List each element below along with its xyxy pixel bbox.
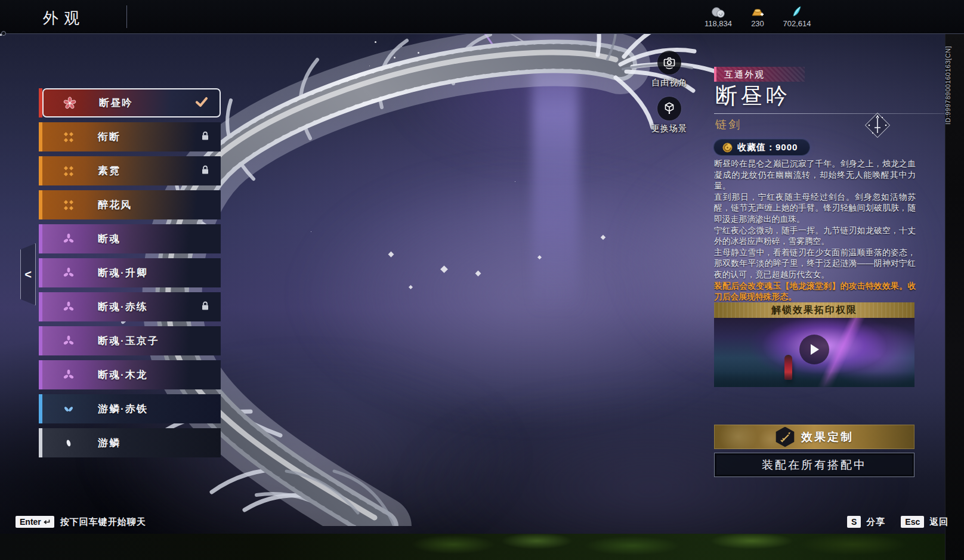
video-ground xyxy=(714,372,914,387)
back-label: 返回 xyxy=(929,516,948,528)
petal3-icon xyxy=(62,233,75,246)
return-arrow-icon xyxy=(43,519,50,525)
skin-label: 衔断 xyxy=(98,130,120,144)
chat-hint[interactable]: Enter 按下回车键开始聊天 xyxy=(16,516,146,528)
skin-label: 断魂·赤练 xyxy=(98,300,148,314)
enter-key-badge: Enter xyxy=(16,516,54,528)
chat-hint-text: 按下回车键开始聊天 xyxy=(60,516,146,528)
esc-key-badge: Esc xyxy=(901,516,924,528)
skin-detail-panel: 互通外观 断昼吟 链剑 收藏值：9000 断昼吟在昆仑之巅已沉寂了千年。剑身之上… xyxy=(714,67,914,484)
effect-customize-label: 效果定制 xyxy=(801,429,854,445)
petal3-icon xyxy=(62,335,75,348)
system-hints: S 分享 Esc 返回 xyxy=(847,516,948,528)
chevron-left-icon: < xyxy=(24,268,32,281)
change-scene-button[interactable]: 更换场景 xyxy=(651,97,687,134)
effect-preview-video[interactable] xyxy=(714,318,914,387)
description-paragraph: 主母静立雪中，看着链刃在少女面前温顺垂落的姿态，那双数年平淡的眸子里，终于泛起涟… xyxy=(714,247,916,281)
currency-gold[interactable]: 230 xyxy=(742,3,773,28)
currency-bar: 118,834 230 702,614 xyxy=(703,3,812,28)
lock-icon xyxy=(200,165,210,177)
unlock-effect-banner[interactable]: 解锁效果拓印权限 xyxy=(714,302,914,318)
customize-sword-icon xyxy=(775,427,795,447)
crossover-badge: 互通外观 xyxy=(714,67,805,82)
bar-end-dot xyxy=(1,31,6,36)
effect-customize-button[interactable]: 效果定制 xyxy=(714,425,914,449)
free-camera-button[interactable]: 自由视角 xyxy=(651,51,687,88)
skin-title: 断昼吟 xyxy=(715,81,790,111)
skin-item-duanhun-mulong[interactable]: 断魂·木龙 xyxy=(39,360,221,389)
skin-label: 断魂·木龙 xyxy=(98,368,148,382)
s-key-badge: S xyxy=(847,516,861,528)
equipped-check-icon xyxy=(194,96,209,110)
ground-strip xyxy=(0,534,945,560)
description-paragraph: 宁红夜心念微动，随手一挥。九节链刃如龙破空，十丈外的冰岩应声粉碎，雪雾腾空。 xyxy=(714,225,916,247)
petal2-icon xyxy=(62,403,75,416)
flower5-icon xyxy=(63,97,76,110)
weapon-type-label: 链剑 xyxy=(715,117,741,132)
play-button[interactable] xyxy=(799,335,829,364)
lock-icon xyxy=(200,131,210,143)
skin-item-duanhun-chilian[interactable]: 断魂·赤练 xyxy=(39,292,221,321)
lock-icon xyxy=(200,301,210,313)
skin-item-youlin[interactable]: 游鳞 xyxy=(39,428,221,457)
azure-feather-icon xyxy=(791,3,803,18)
effect-note: 装配后会改变魂玉【地龙滚堂刹】的攻击特效效果。收刀后会展现特殊形态。 xyxy=(714,281,916,302)
currency-value: 230 xyxy=(751,19,764,28)
currency-coins[interactable]: 118,834 xyxy=(703,3,734,28)
skin-item-duanhun-yujingzi[interactable]: 断魂·玉京子 xyxy=(39,326,221,355)
diamond4-icon xyxy=(62,165,75,178)
skin-item-zuihuafeng[interactable]: 醉花风 xyxy=(39,190,221,219)
currency-value: 118,834 xyxy=(705,19,732,28)
skin-label: 断魂·玉京子 xyxy=(98,334,159,348)
petal3-icon xyxy=(62,369,75,382)
share-label: 分享 xyxy=(866,516,885,528)
petal1-icon xyxy=(62,437,75,450)
player-id-watermark: ID:99978900160163[CN] xyxy=(944,35,953,136)
change-scene-label: 更换场景 xyxy=(651,123,687,134)
page-title: 外观 xyxy=(43,8,85,29)
skin-item-suni[interactable]: 素霓 xyxy=(39,156,221,185)
share-hint[interactable]: S 分享 xyxy=(847,516,885,528)
sidebar-collapse-tab[interactable]: < xyxy=(20,243,36,305)
skin-item-youlin-chitie[interactable]: 游鳞·赤铁 xyxy=(39,394,221,423)
skin-label: 游鳞·赤铁 xyxy=(98,402,148,416)
skin-label: 游鳞 xyxy=(98,436,120,450)
skin-item-duanzhouyin[interactable]: 断昼吟 xyxy=(39,88,221,117)
divider xyxy=(126,5,127,28)
skin-item-duanhun[interactable]: 断魂 xyxy=(39,224,221,253)
divider xyxy=(714,113,944,114)
skin-label: 素霓 xyxy=(98,164,120,178)
coins-icon xyxy=(711,3,725,18)
camera-icon xyxy=(657,51,681,75)
skin-item-duanhun-shengqing[interactable]: 断魂·升卿 xyxy=(39,258,221,287)
gold-ingot-icon xyxy=(750,3,765,18)
skin-label: 断魂 xyxy=(98,232,120,246)
skin-label: 断昼吟 xyxy=(99,96,133,110)
skin-label: 断魂·升卿 xyxy=(98,266,148,280)
equip-all-loadouts-label: 装配在所有搭配中 xyxy=(762,457,867,473)
scene-cube-icon xyxy=(657,97,681,120)
skin-item-xianduan[interactable]: 衔断 xyxy=(39,122,221,151)
petal3-icon xyxy=(62,301,75,314)
viewport-controls: 自由视角 更换场景 xyxy=(644,51,694,143)
appearance-screen: 外观 118,834 230 702,614 xyxy=(0,0,964,560)
weapon-showcase-toggle[interactable] xyxy=(864,112,891,138)
currency-feather[interactable]: 702,614 xyxy=(781,3,812,28)
skin-list: 断昼吟 衔断 xyxy=(39,88,221,462)
description-paragraph: 断昼吟在昆仑之巅已沉寂了千年。剑身之上，烛龙之血凝成的龙纹仍在幽幽流转，却始终无… xyxy=(714,159,916,192)
collection-coin-icon xyxy=(722,143,733,153)
collection-value-badge: 收藏值：9000 xyxy=(714,140,809,155)
equip-all-loadouts-button[interactable]: 装配在所有搭配中 xyxy=(714,453,914,477)
sword-icon xyxy=(864,112,891,138)
play-icon xyxy=(808,343,820,356)
description-paragraph: 直到那日，宁红夜随主母经过剑台。剑身忽如活物苏醒，链节无声缠上她的手臂。锋刃轻触… xyxy=(714,192,916,225)
skin-label: 醉花风 xyxy=(98,198,132,212)
enter-key-label: Enter xyxy=(20,517,41,527)
currency-value: 702,614 xyxy=(783,19,811,28)
skin-description: 断昼吟在昆仑之巅已沉寂了千年。剑身之上，烛龙之血凝成的龙纹仍在幽幽流转，却始终无… xyxy=(714,159,916,302)
diamond4-icon xyxy=(62,199,75,212)
petal3-icon xyxy=(62,267,75,280)
diamond4-icon xyxy=(62,131,75,144)
back-hint[interactable]: Esc 返回 xyxy=(901,516,948,528)
top-bar: 外观 118,834 230 702,614 xyxy=(0,0,964,34)
